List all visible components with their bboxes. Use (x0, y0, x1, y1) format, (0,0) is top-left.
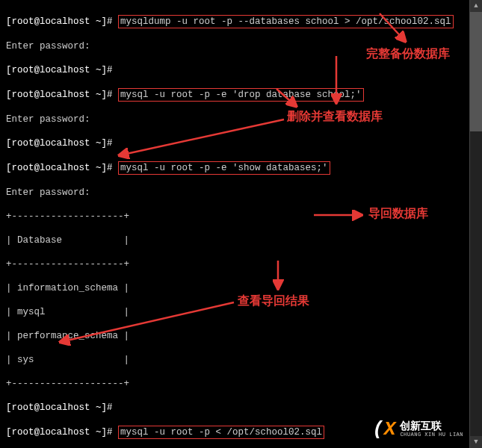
watermark-logo: (X 创新互联 CHUANG XIN HU LIAN (372, 418, 463, 441)
scroll-thumb[interactable] (470, 12, 482, 131)
arrow-icon (112, 112, 299, 172)
arrow-icon (56, 299, 243, 351)
prompt: [root@localhost ~]# (6, 65, 113, 75)
db-row: | information_schema | (6, 282, 476, 294)
prompt: [root@localhost ~]# (6, 427, 113, 438)
svg-line-2 (276, 89, 296, 106)
svg-line-6 (61, 302, 234, 342)
enter-password: Enter password: (6, 187, 476, 199)
arrow-icon (269, 85, 314, 115)
scroll-up-icon[interactable]: ▲ (470, 0, 482, 12)
divider: +--------------------+ (6, 378, 476, 390)
prompt: [root@localhost ~]# (6, 138, 113, 149)
terminal-output: [root@localhost ~]# mysqldump -u root -p… (0, 0, 482, 448)
prompt: [root@localhost ~]# (6, 163, 113, 173)
db-row: | sys | (6, 354, 476, 366)
annotation-result: 查看导回结果 (238, 293, 309, 309)
arrow-icon (310, 208, 370, 223)
prompt: [root@localhost ~]# (6, 16, 113, 27)
arrow-icon (329, 52, 374, 112)
scroll-down-icon[interactable]: ▼ (470, 436, 482, 448)
prompt: [root@localhost ~]# (6, 402, 113, 413)
divider: +--------------------+ (6, 258, 476, 270)
prompt: [root@localhost ~]# (6, 90, 113, 100)
cmd-import: mysql -u root -p < /opt/school02.sql (118, 426, 324, 439)
arrow-icon (263, 257, 293, 294)
scrollbar[interactable]: ▲ ▼ (469, 0, 482, 448)
svg-line-0 (380, 13, 405, 41)
logo-text-py: CHUANG XIN HU LIAN (400, 432, 463, 438)
cmd-drop-db: mysql -u root -p -e 'drop database schoo… (118, 88, 364, 102)
arrow-icon (374, 7, 418, 52)
db-header: | Database | (6, 234, 476, 246)
logo-icon: (X (372, 418, 395, 441)
svg-line-3 (120, 119, 284, 155)
logo-text-cn: 创新互联 (400, 420, 463, 432)
annotation-import: 导回数据库 (368, 206, 428, 222)
